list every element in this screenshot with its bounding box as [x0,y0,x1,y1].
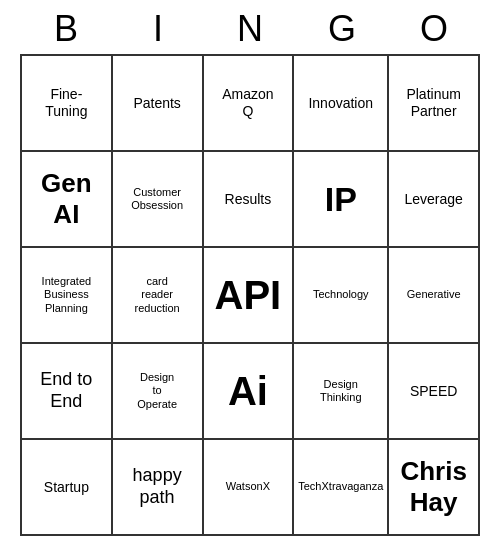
bingo-title-row: B I N G O [20,0,480,54]
cell-3-3: DesignThinking [320,378,362,404]
cell-4-0: Startup [44,479,89,496]
cell-4-3: TechXtravaganza [298,480,383,493]
cell-2-0: IntegratedBusinessPlanning [42,275,92,315]
cell-1-1: CustomerObsession [131,186,183,212]
cell-0-3: Innovation [308,95,373,112]
table-row: IntegratedBusinessPlanning [22,248,113,344]
title-letter-i: I [118,8,198,50]
table-row: DesignThinking [294,344,389,440]
cell-4-4: ChrisHay [400,456,466,518]
table-row: DesigntoOperate [113,344,204,440]
cell-1-3: IP [325,179,357,220]
table-row: API [204,248,295,344]
cell-3-2: Ai [228,367,268,415]
table-row: PlatinumPartner [389,56,480,152]
table-row: Technology [294,248,389,344]
table-row: Patents [113,56,204,152]
table-row: Innovation [294,56,389,152]
cell-2-2: API [215,271,282,319]
cell-1-4: Leverage [404,191,462,208]
table-row: WatsonX [204,440,295,536]
cell-2-3: Technology [313,288,369,301]
cell-3-1: DesigntoOperate [137,371,177,411]
table-row: Results [204,152,295,248]
table-row: Leverage [389,152,480,248]
cell-2-1: cardreaderreduction [134,275,179,315]
cell-4-1: happypath [133,465,182,508]
title-letter-o: O [394,8,474,50]
bingo-grid: Fine-TuningPatentsAmazonQInnovationPlati… [20,54,480,536]
cell-1-0: GenAI [41,168,92,230]
table-row: happypath [113,440,204,536]
table-row: SPEED [389,344,480,440]
table-row: IP [294,152,389,248]
table-row: TechXtravaganza [294,440,389,536]
table-row: Generative [389,248,480,344]
title-letter-n: N [210,8,290,50]
cell-0-0: Fine-Tuning [45,86,87,120]
table-row: Fine-Tuning [22,56,113,152]
table-row: AmazonQ [204,56,295,152]
table-row: Ai [204,344,295,440]
title-letter-b: B [26,8,106,50]
table-row: End toEnd [22,344,113,440]
table-row: CustomerObsession [113,152,204,248]
cell-3-4: SPEED [410,383,457,400]
title-letter-g: G [302,8,382,50]
cell-2-4: Generative [407,288,461,301]
cell-0-2: AmazonQ [222,86,273,120]
table-row: Startup [22,440,113,536]
cell-3-0: End toEnd [40,369,92,412]
cell-4-2: WatsonX [226,480,270,493]
table-row: GenAI [22,152,113,248]
cell-0-1: Patents [133,95,180,112]
cell-0-4: PlatinumPartner [406,86,460,120]
table-row: ChrisHay [389,440,480,536]
table-row: cardreaderreduction [113,248,204,344]
cell-1-2: Results [225,191,272,208]
